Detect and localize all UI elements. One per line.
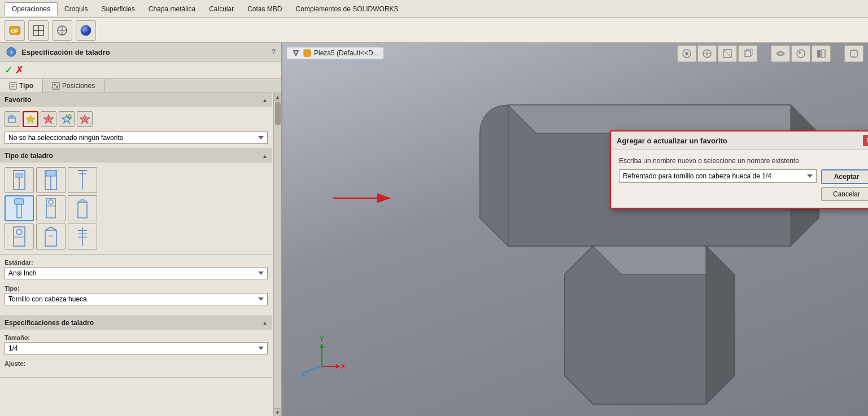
dialog-footer: Refrentado para tornillo con cabeza huec… xyxy=(619,169,868,201)
hole-type-9[interactable] xyxy=(68,224,97,249)
dialog-cancelar-button[interactable]: Cancelar xyxy=(821,187,868,201)
scroll-arrow-up[interactable]: ▲ xyxy=(274,93,281,101)
main-layout: T Especificación de taladro ? ✓ ✗ Tipo P… xyxy=(0,43,868,416)
svg-text:X: X xyxy=(341,363,344,370)
view-btn-5[interactable] xyxy=(771,45,790,62)
menu-croquis[interactable]: Croquis xyxy=(58,3,94,15)
tab-tipo[interactable]: Tipo xyxy=(0,79,43,93)
toolbar-btn-1[interactable]: OP xyxy=(5,20,25,41)
menu-chapa[interactable]: Chapa metálica xyxy=(142,3,202,15)
dialog-name-dropdown[interactable]: Refrentado para tornillo con cabeza huec… xyxy=(619,169,817,183)
menu-superficies[interactable]: Superficies xyxy=(94,3,141,15)
toolbar-btn-2[interactable] xyxy=(28,20,49,41)
dialog-description: Escriba un nombre nuevo o seleccione un … xyxy=(619,157,868,165)
scroll-thumb[interactable] xyxy=(275,102,281,125)
estandar-label: Estándar: xyxy=(5,259,268,266)
3d-model xyxy=(395,60,868,410)
toolbar-btn-4[interactable] xyxy=(76,20,96,41)
view-btn-8[interactable] xyxy=(844,45,863,62)
tree-bar: Pieza5 (Default<<D... xyxy=(287,47,383,59)
view-btn-4[interactable] xyxy=(738,45,757,62)
section-favorito-header[interactable]: Favorito ▲ xyxy=(0,93,272,107)
svg-text:Z: Z xyxy=(302,370,306,377)
svg-point-17 xyxy=(56,86,58,88)
tipo-dropdown[interactable]: Tornillo con cabeza hueca xyxy=(5,293,268,305)
hole-type-3[interactable] xyxy=(68,167,97,193)
svg-point-82 xyxy=(799,51,801,54)
view-btn-2[interactable] xyxy=(697,45,717,62)
ajuste-label: Ajuste: xyxy=(5,360,268,367)
svg-rect-85 xyxy=(850,50,857,57)
svg-line-55 xyxy=(51,227,56,230)
svg-marker-71 xyxy=(320,344,324,348)
toolbar-btn-3[interactable] xyxy=(52,20,72,41)
hole-type-7[interactable] xyxy=(5,224,34,249)
section-tipo-body xyxy=(0,163,272,254)
dialog-body: Escriba un nombre nuevo o seleccione un … xyxy=(611,150,868,208)
svg-rect-50 xyxy=(14,227,25,246)
view-btn-3[interactable] xyxy=(718,45,737,62)
tamanio-dropdown[interactable]: 1/4 xyxy=(5,342,268,354)
view-btn-6[interactable] xyxy=(791,45,810,62)
viewport: Pieza5 (Default<<D... xyxy=(282,43,868,416)
svg-rect-12 xyxy=(10,82,16,89)
svg-rect-48 xyxy=(78,202,87,218)
tab-posiciones[interactable]: Posiciones xyxy=(43,79,104,93)
scroll-arrow-down[interactable]: ▼ xyxy=(274,408,281,416)
svg-rect-4 xyxy=(33,30,38,36)
svg-rect-33 xyxy=(16,174,23,177)
hole-type-4[interactable] xyxy=(5,195,34,221)
fav-load-btn[interactable] xyxy=(5,111,20,127)
svg-marker-61 xyxy=(294,51,298,55)
view-btn-1[interactable] xyxy=(677,45,696,62)
fav-update-btn[interactable] xyxy=(41,111,56,127)
dialog-close-button[interactable]: ✕ xyxy=(863,135,868,146)
svg-line-79 xyxy=(723,50,731,58)
svg-point-74 xyxy=(685,52,688,55)
svg-rect-5 xyxy=(38,30,43,36)
hole-type-6[interactable] xyxy=(68,195,97,221)
dialog-box: Agregar o actualizar un favorito ✕ Escri… xyxy=(610,130,868,209)
section-specs-body: Tamaño: 1/4 Ajuste: xyxy=(0,330,272,377)
section-favorito: Favorito ▲ xyxy=(0,93,272,149)
cancel-button[interactable]: ✗ xyxy=(15,64,24,76)
panel-content: Favorito ▲ xyxy=(0,93,281,378)
section-tipo-taladro: Tipo de taladro ▲ xyxy=(0,149,272,255)
favorito-collapse-icon: ▲ xyxy=(262,97,268,103)
specs-collapse-icon: ▲ xyxy=(262,320,268,326)
hole-type-2[interactable] xyxy=(36,167,66,193)
dialog-title: Agregar o actualizar un favorito xyxy=(617,137,727,145)
hole-type-1[interactable] xyxy=(5,167,34,193)
fav-save-btn[interactable] xyxy=(59,111,75,127)
menu-complementos[interactable]: Complementos de SOLIDWORKS xyxy=(289,3,405,15)
tree-expand-icon[interactable] xyxy=(291,49,300,58)
svg-rect-3 xyxy=(38,25,43,30)
action-buttons: ✓ ✗ xyxy=(0,62,281,79)
ok-button[interactable]: ✓ xyxy=(5,64,13,76)
menu-operaciones[interactable]: Operaciones xyxy=(5,2,58,16)
section-especificaciones: Especificaciones de taladro ▲ Tamaño: 1/… xyxy=(0,316,272,378)
section-estandar: Estándar: Ansi Inch Tipo: Tornillo con c… xyxy=(0,255,272,316)
section-specs-header[interactable]: Especificaciones de taladro ▲ xyxy=(0,316,272,330)
section-tipo-header[interactable]: Tipo de taladro ▲ xyxy=(0,149,272,163)
toolbar: OP xyxy=(0,18,868,43)
dialog-buttons: Aceptar Cancelar xyxy=(821,169,868,201)
dialog-aceptar-button[interactable]: Aceptar xyxy=(821,169,868,184)
favorito-icons xyxy=(5,111,268,127)
hole-type-8[interactable] xyxy=(36,224,66,249)
help-icon[interactable]: ? xyxy=(272,48,276,56)
estandar-dropdown[interactable]: Ansi Inch xyxy=(5,267,268,279)
svg-rect-84 xyxy=(822,50,825,58)
panel-icon: T xyxy=(6,46,17,58)
left-panel: T Especificación de taladro ? ✓ ✗ Tipo P… xyxy=(0,43,282,416)
favorito-dropdown[interactable]: No se ha seleccionado ningún favorito xyxy=(5,132,268,144)
view-btn-7[interactable] xyxy=(812,45,831,62)
hole-type-5[interactable] xyxy=(36,195,66,221)
menu-calcular[interactable]: Calcular xyxy=(202,3,241,15)
fav-add-btn[interactable] xyxy=(23,111,38,127)
panel-scrollbar[interactable]: ▲ ▼ xyxy=(273,93,281,416)
menu-cotas[interactable]: Cotas MBD xyxy=(241,3,289,15)
fav-delete-btn[interactable] xyxy=(77,111,93,127)
tree-item-label: Pieza5 (Default<<D... xyxy=(314,49,379,57)
svg-rect-62 xyxy=(304,50,311,56)
